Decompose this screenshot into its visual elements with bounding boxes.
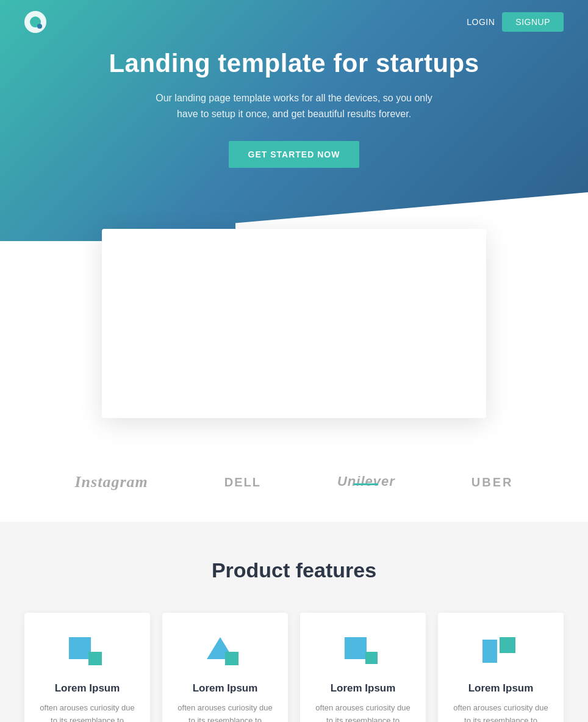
logo-unilever: Unilever — [337, 474, 395, 489]
feature-desc-1: often arouses curiosity due to its resem… — [39, 702, 135, 722]
icon-square-accent — [365, 652, 378, 664]
feature-name-1: Lorem Ipsum — [39, 682, 135, 695]
logo-divider — [354, 483, 378, 485]
icon-square-accent — [500, 637, 515, 653]
cta-button[interactable]: GET STARTED NOW — [229, 141, 360, 168]
navbar: LOGIN SIGNUP — [0, 0, 588, 44]
feature-icon-1 — [69, 637, 106, 668]
features-grid: Lorem Ipsum often arouses curiosity due … — [24, 613, 564, 722]
icon-rect-main — [482, 640, 497, 663]
icon-square-main — [69, 637, 91, 659]
logos-section: Instagram DELL Unilever UBER — [0, 455, 588, 522]
feature-icon-2 — [207, 637, 243, 668]
feature-name-2: Lorem Ipsum — [177, 682, 273, 695]
feature-name-3: Lorem Ipsum — [315, 682, 411, 695]
feature-card-2: Lorem Ipsum often arouses curiosity due … — [162, 613, 288, 722]
logo-dell: DELL — [224, 475, 261, 489]
signup-button[interactable]: SIGNUP — [502, 12, 564, 32]
icon-square-accent — [88, 652, 102, 665]
login-button[interactable]: LOGIN — [467, 17, 495, 27]
nav-actions: LOGIN SIGNUP — [467, 12, 564, 32]
features-title: Product features — [24, 558, 564, 582]
feature-desc-2: often arouses curiosity due to its resem… — [177, 702, 273, 722]
features-section: Product features Lorem Ipsum often arous… — [0, 522, 588, 722]
mockup-section — [0, 241, 588, 455]
mockup-card — [102, 229, 486, 418]
feature-desc-4: often arouses curiosity due to its resem… — [453, 702, 549, 722]
feature-desc-3: often arouses curiosity due to its resem… — [315, 702, 411, 722]
icon-square-main — [345, 637, 367, 659]
feature-name-4: Lorem Ipsum — [453, 682, 549, 695]
icon-square-accent — [225, 652, 238, 665]
feature-card-1: Lorem Ipsum often arouses curiosity due … — [24, 613, 150, 722]
feature-icon-3 — [345, 637, 381, 668]
logo-instagram: Instagram — [75, 473, 148, 491]
feature-card-4: Lorem Ipsum often arouses curiosity due … — [438, 613, 564, 722]
feature-card-3: Lorem Ipsum often arouses curiosity due … — [300, 613, 426, 722]
feature-icon-4 — [482, 637, 519, 668]
logo-uber: UBER — [471, 475, 514, 489]
hero-title: Landing template for startups — [109, 49, 479, 78]
logo[interactable] — [24, 11, 46, 33]
hero-subtitle: Our landing page template works for all … — [148, 90, 440, 121]
